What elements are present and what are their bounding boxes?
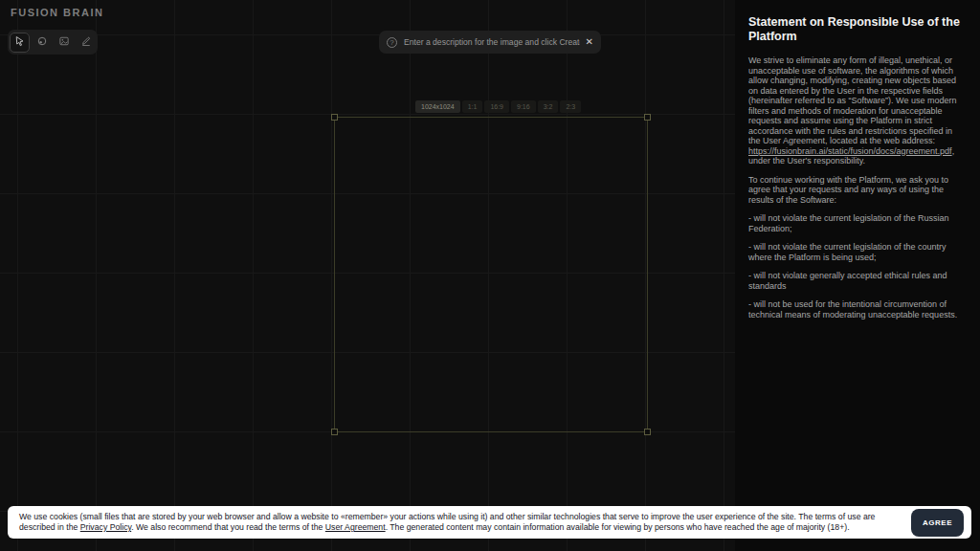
ratio-chip-16-9[interactable]: 16:9 (484, 100, 509, 113)
cookie-text: We use cookies (small files that are sto… (19, 512, 900, 534)
privacy-policy-link[interactable]: Privacy Policy (80, 522, 131, 532)
image-icon (58, 33, 70, 51)
eraser-tool-button[interactable] (32, 33, 52, 53)
selection-handle-bottom-left[interactable] (331, 429, 338, 435)
app-logo: FUSION BRAIN (11, 7, 103, 18)
selection-handle-bottom-right[interactable] (644, 429, 651, 435)
statement-bullet: - will not violate the current legislati… (748, 242, 965, 262)
question-circle-icon[interactable]: ? (387, 37, 397, 48)
ratio-chip-2-3[interactable]: 2:3 (560, 100, 581, 113)
statement-panel: Statement on Responsible Use of the Plat… (735, 0, 980, 551)
statement-title: Statement on Responsible Use of the Plat… (748, 15, 965, 44)
draw-tool-button[interactable] (76, 33, 96, 53)
ratio-chip-1024x1024[interactable]: 1024x1024 (415, 100, 460, 113)
statement-body: We strive to eliminate any form of illeg… (748, 55, 965, 320)
ratio-chip-3-2[interactable]: 3:2 (538, 100, 559, 113)
cookie-text-part2: . We also recommend that you read the te… (131, 522, 325, 532)
statement-p1-text: We strive to eliminate any form of illeg… (748, 55, 956, 145)
drawing-canvas[interactable]: FUSION BRAIN ? Enter a description for t… (0, 0, 735, 551)
pencil-icon (80, 33, 92, 51)
eraser-icon (36, 33, 48, 51)
agreement-pdf-link[interactable]: https://fusionbrain.ai/static/fusion/doc… (748, 146, 952, 156)
selection-handle-top-left[interactable] (331, 114, 338, 121)
statement-paragraph-2: To continue working with the Platform, w… (748, 175, 965, 206)
prompt-bar: ? Enter a description for the image and … (379, 31, 601, 54)
tool-toolbar (8, 30, 98, 55)
statement-paragraph-1: We strive to eliminate any form of illeg… (748, 55, 965, 166)
image-tool-button[interactable] (54, 33, 74, 53)
statement-bullet: - will not violate the current legislati… (748, 213, 965, 233)
cookie-text-part3: . The generated content may contain info… (386, 522, 850, 532)
cookie-agree-button[interactable]: AGREE (911, 509, 964, 537)
cookie-banner: We use cookies (small files that are sto… (8, 506, 971, 539)
statement-bullet: - will not be used for the intentional c… (748, 299, 965, 320)
user-agreement-link[interactable]: User Agreement (325, 522, 386, 532)
ratio-chip-1-1[interactable]: 1:1 (462, 100, 483, 113)
canvas-selection-rect[interactable] (334, 117, 648, 432)
ratio-chip-9-16[interactable]: 9:16 (511, 100, 536, 113)
select-tool-button[interactable] (10, 33, 30, 53)
close-icon[interactable]: ✕ (586, 37, 593, 47)
aspect-ratio-bar: 1024x1024 1:1 16:9 9:16 3:2 2:3 (415, 100, 581, 113)
prompt-input[interactable]: Enter a description for the image and cl… (404, 37, 580, 47)
cursor-icon (14, 33, 26, 51)
statement-bullet: - will not violate generally accepted et… (748, 271, 965, 291)
selection-handle-top-right[interactable] (644, 114, 651, 121)
